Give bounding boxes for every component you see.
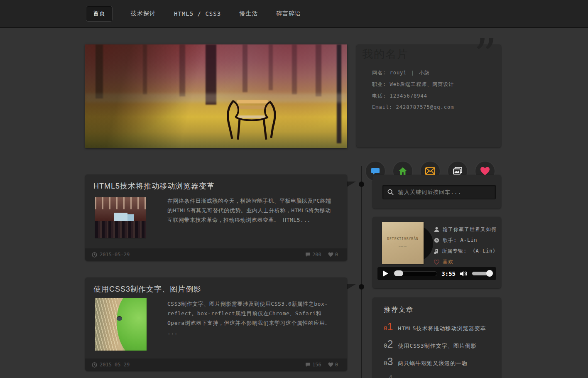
recommended-title: 推荐文章 (384, 306, 414, 314)
article-excerpt: 在网络条件日渐成熟的今天，横跨智能手机、平板电脑以及PC终端的HTML5有其无可… (167, 196, 336, 225)
recommended-item-label: 使用CSS3制作文字、图片倒影 (398, 342, 476, 350)
article-date: 2015-05-29 (92, 252, 130, 258)
track-title: 输了你赢了世界又如何 (443, 226, 497, 233)
search-icon (387, 189, 394, 195)
rank-number: 04 (384, 373, 393, 378)
music-player-card: DETEKTIVBYRÅN WERMLAND 输了你赢了世界又如何 歌手: A-… (372, 217, 501, 288)
profile-job: 职业: Web后端工程师、网页设计 (372, 81, 454, 88)
comment-count-text: 156 (312, 362, 321, 368)
article-title-link[interactable]: 使用CSS3制作文字、图片倒影 (93, 284, 201, 294)
recommended-item[interactable]: 01 HTML5技术将推动移动浏览器变革 (384, 321, 495, 333)
article-date: 2015-05-29 (92, 362, 130, 368)
album-cover-title: DETEKTIVBYRÅN (382, 237, 424, 241)
nav-item-home[interactable]: 首页 (86, 6, 113, 22)
card-arrow (347, 182, 356, 187)
search-box (382, 185, 496, 199)
recommended-card: 推荐文章 01 HTML5技术将推动移动浏览器变革 02 使用CSS3制作文字、… (372, 297, 501, 378)
duration-text: 3:55 (441, 270, 456, 277)
rank-digit: 1 (387, 321, 393, 332)
rank-number: 02 (384, 338, 393, 350)
recommended-item-label: HTML5技术将推动移动浏览器变革 (398, 325, 486, 332)
nav-item-slowlife[interactable]: 慢生活 (239, 10, 258, 17)
rank-number: 03 (384, 356, 393, 368)
timeline-dot (359, 284, 364, 290)
profile-card: 我的名片 ” 网名: rouyi ｜ 小柒 职业: Web后端工程师、网页设计 … (356, 44, 501, 147)
article-stats: 200 0 (305, 252, 338, 258)
album-cover-subtitle: WERMLAND (382, 245, 424, 248)
rank-digit: 2 (387, 338, 393, 350)
article-excerpt: CSS3制作文字、图片倒影需要涉及到使用CSS3.0新属性之box-reflec… (167, 299, 336, 337)
hero-shadow (85, 44, 347, 148)
like-heart-icon (434, 260, 439, 265)
user-icon (434, 227, 439, 232)
article-thumbnail[interactable] (95, 298, 147, 351)
page: 首页 技术探讨 HTML5 / CSS3 慢生活 碎言碎语 (0, 0, 588, 378)
profile-card-title: 我的名片 (362, 47, 409, 61)
conference-audience (95, 221, 146, 238)
recommended-item[interactable]: 04 犯错了怎么办? (384, 373, 495, 378)
profile-phone: 电话: 12345678944 (372, 93, 427, 100)
article-stats: 156 0 (305, 362, 338, 368)
volume-knob[interactable] (486, 270, 493, 277)
recommended-list: 01 HTML5技术将推动移动浏览器变革 02 使用CSS3制作文字、图片倒影 … (384, 321, 495, 378)
volume-icon[interactable] (460, 270, 468, 277)
track-info: 输了你赢了世界又如何 歌手: A-Lin 所属专辑: 《A-Lin》 喜欢 (434, 226, 498, 265)
timeline-dot (359, 182, 364, 187)
progress-knob[interactable] (394, 270, 403, 276)
clock-icon (92, 362, 97, 368)
comment-icon (305, 252, 311, 257)
volume-slider[interactable] (472, 272, 491, 275)
home-icon (398, 167, 407, 176)
top-navbar: 首页 技术探讨 HTML5 / CSS3 慢生活 碎言碎语 (0, 0, 588, 28)
article-footer: 2015-05-29 200 0 (85, 248, 347, 261)
quote-icon: ” (474, 33, 497, 79)
profile-email: Email: 2428787575@qq.com (372, 104, 454, 110)
card-arrow (347, 284, 356, 290)
like-song-button[interactable]: 喜欢 (434, 258, 498, 265)
rank-digit: 4 (387, 373, 393, 378)
nav-item-fragments[interactable]: 碎言碎语 (276, 10, 301, 17)
article-title-link[interactable]: HTML5技术将推动移动浏览器变革 (93, 181, 215, 191)
comment-count: 156 (305, 362, 321, 368)
play-icon[interactable] (382, 270, 389, 277)
rank-number: 01 (384, 321, 393, 333)
like-count-text: 0 (335, 252, 338, 258)
progress-bar[interactable] (393, 271, 437, 276)
artist-row: 歌手: A-Lin (434, 237, 498, 244)
article-thumbnail[interactable] (95, 197, 146, 238)
music-note-icon (434, 248, 439, 254)
like-song-label: 喜欢 (443, 258, 453, 265)
profile-nickname: 网名: rouyi ｜ 小柒 (372, 69, 430, 76)
heart-icon (328, 362, 333, 367)
portrait-leaf (117, 298, 147, 351)
comment-count: 200 (305, 252, 321, 258)
hero-banner-image (85, 44, 347, 148)
nav-item-html5-css3[interactable]: HTML5 / CSS3 (174, 10, 221, 17)
like-count: 0 (328, 252, 338, 258)
recommended-item[interactable]: 03 两只蜗牛艰难又浪漫的一吻 (384, 356, 495, 368)
recommended-item-label: 两只蜗牛艰难又浪漫的一吻 (398, 360, 468, 367)
like-count: 0 (328, 362, 338, 368)
recommended-item[interactable]: 02 使用CSS3制作文字、图片倒影 (384, 338, 495, 350)
article-card: HTML5技术将推动移动浏览器变革 在网络条件日渐成熟的今天，横跨智能手机、平板… (85, 174, 347, 261)
conference-screen (114, 213, 127, 222)
article-date-text: 2015-05-29 (100, 362, 130, 368)
like-count-text: 0 (335, 362, 338, 368)
search-card (372, 175, 501, 209)
search-input[interactable] (397, 189, 486, 196)
clock-icon (92, 252, 97, 258)
bench-silhouette (221, 96, 284, 142)
album-text: 所属专辑: 《A-Lin》 (442, 248, 498, 255)
nav-item-tech[interactable]: 技术探讨 (131, 10, 156, 17)
article-footer: 2015-05-29 156 0 (85, 358, 347, 371)
disc-icon (434, 238, 439, 243)
rank-digit: 3 (387, 356, 393, 367)
album-row: 所属专辑: 《A-Lin》 (434, 248, 498, 255)
article-card: 使用CSS3制作文字、图片倒影 CSS3制作文字、图片倒影需要涉及到使用CSS3… (85, 277, 347, 371)
album-cover[interactable]: DETEKTIVBYRÅN WERMLAND (382, 222, 424, 264)
portrait-hair (95, 298, 118, 351)
comment-icon (305, 362, 311, 367)
artist-text: 歌手: A-Lin (443, 237, 478, 244)
photos-icon (453, 167, 463, 176)
heart-icon (480, 167, 490, 176)
